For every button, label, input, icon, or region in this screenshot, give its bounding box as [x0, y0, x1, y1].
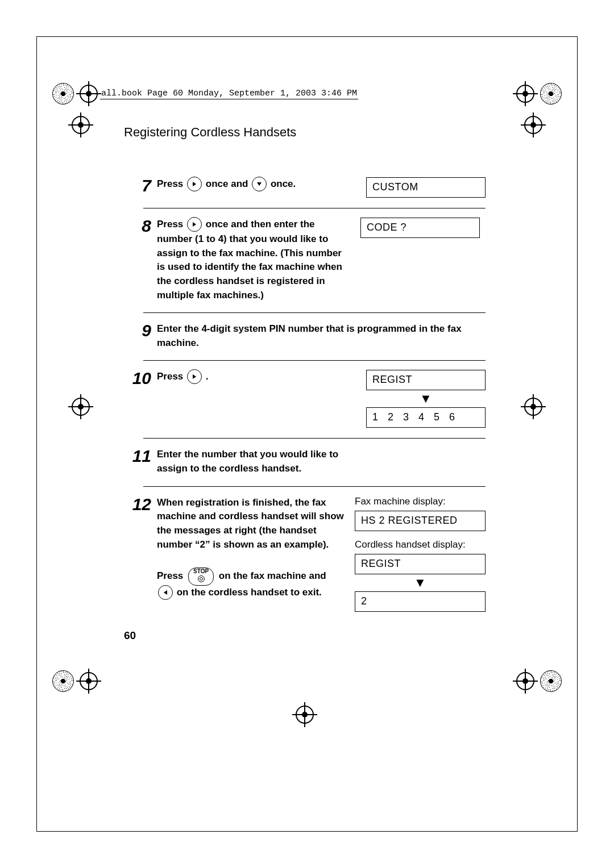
starburst-icon [540, 83, 562, 105]
stop-label: STOP [193, 569, 209, 574]
text-fragment: . [206, 372, 209, 382]
starburst-icon [52, 83, 74, 105]
starburst-icon [540, 670, 562, 692]
step-10: 10 Press . REGIST ▼ 1 2 3 4 5 6 [124, 361, 486, 438]
text-fragment: once. [271, 178, 296, 189]
stop-circle-icon [198, 575, 205, 582]
step-8: 8 Press once and then enter the number (… [124, 208, 486, 312]
step-12: 12 When registration is finished, the fa… [124, 487, 486, 622]
text-fragment: Press STOP on the fax machine and on the… [157, 567, 345, 600]
crop-mark-side [72, 398, 90, 416]
crop-mark-top-left [52, 83, 98, 105]
svg-marker-0 [193, 182, 196, 186]
lcd-display: CODE ? [360, 218, 480, 238]
svg-marker-1 [257, 182, 262, 186]
right-arrow-icon [187, 177, 202, 191]
crop-mark-top-right [516, 83, 562, 105]
page-number: 60 [124, 629, 136, 642]
crop-mark-bottom-center [296, 706, 314, 724]
text-fragment: on the fax machine and [219, 571, 326, 582]
crop-info-text: all.book Page 60 Monday, September 1, 20… [100, 89, 358, 99]
page: all.book Page 60 Monday, September 1, 20… [0, 0, 614, 868]
text-fragment: Press [157, 178, 186, 189]
step-display: REGIST ▼ 1 2 3 4 5 6 [356, 370, 486, 428]
register-target-icon [72, 398, 90, 416]
right-arrow-icon [187, 217, 202, 232]
step-number: 7 [124, 177, 157, 194]
left-arrow-icon [158, 585, 173, 600]
register-target-icon [80, 85, 98, 103]
register-target-icon [80, 672, 98, 690]
step-display: CODE ? [350, 218, 480, 238]
register-target-icon [296, 706, 314, 724]
down-arrow-icon: ▼ [355, 577, 486, 589]
stop-button-icon: STOP [188, 567, 214, 586]
register-target-icon [524, 116, 542, 134]
starburst-icon [52, 670, 74, 692]
step-number: 9 [124, 322, 157, 339]
lcd-display: HS 2 REGISTERED [355, 511, 486, 531]
crop-mark-side [524, 398, 542, 416]
register-target-icon [516, 85, 534, 103]
step-text: Press once and then enter the number (1 … [157, 218, 350, 302]
text-fragment: When registration is finished, the fax m… [157, 496, 345, 552]
lcd-display: CUSTOM [366, 177, 486, 198]
crop-mark-bottom-right [516, 670, 562, 692]
step-9: 9 Enter the 4-digit system PIN number th… [124, 313, 486, 360]
register-target-icon [72, 116, 90, 134]
step-text: Enter the 4-digit system PIN number that… [157, 322, 486, 350]
display-label: Cordless handset display: [355, 539, 486, 550]
step-display: CUSTOM [356, 177, 486, 198]
text-fragment: Press [157, 219, 186, 229]
step-11: 11 Enter the number that you would like … [124, 439, 486, 486]
svg-marker-4 [164, 590, 167, 595]
crop-mark-bottom-left [52, 670, 98, 692]
text-fragment: Press [157, 372, 186, 382]
right-arrow-icon [187, 369, 202, 384]
crop-mark-side [72, 116, 90, 134]
lcd-display: REGIST [366, 370, 486, 390]
step-text: Press once and once. [157, 177, 356, 192]
step-text: Press . [157, 370, 356, 385]
down-arrow-icon: ▼ [366, 393, 486, 405]
step-text: Enter the number that you would like to … [157, 448, 350, 475]
crop-mark-side [524, 116, 542, 134]
step-7: 7 Press once and once. CUSTOM [124, 168, 486, 208]
lcd-display: 1 2 3 4 5 6 [366, 407, 486, 428]
register-target-icon [516, 672, 534, 690]
text-fragment: once and then enter the number (1 to 4) … [157, 219, 342, 300]
step-number: 10 [124, 370, 157, 387]
lcd-display: REGIST [355, 554, 486, 574]
content-area: Registering Cordless Handsets 7 Press on… [124, 125, 486, 622]
step-number: 11 [124, 448, 157, 465]
svg-marker-3 [193, 374, 196, 379]
text-fragment: Press [157, 571, 186, 582]
lcd-display: 2 [355, 591, 486, 612]
text-fragment: once and [206, 178, 251, 189]
text-fragment: on the cordless handset to exit. [177, 587, 322, 598]
step-text: When registration is finished, the fax m… [157, 496, 345, 601]
register-target-icon [524, 398, 542, 416]
step-number: 12 [124, 496, 157, 513]
step-number: 8 [124, 218, 157, 235]
display-label: Fax machine display: [355, 496, 486, 507]
down-arrow-icon [252, 177, 267, 191]
section-title: Registering Cordless Handsets [124, 125, 486, 140]
step-display: Fax machine display: HS 2 REGISTERED Cor… [345, 496, 486, 612]
svg-marker-2 [193, 222, 196, 227]
